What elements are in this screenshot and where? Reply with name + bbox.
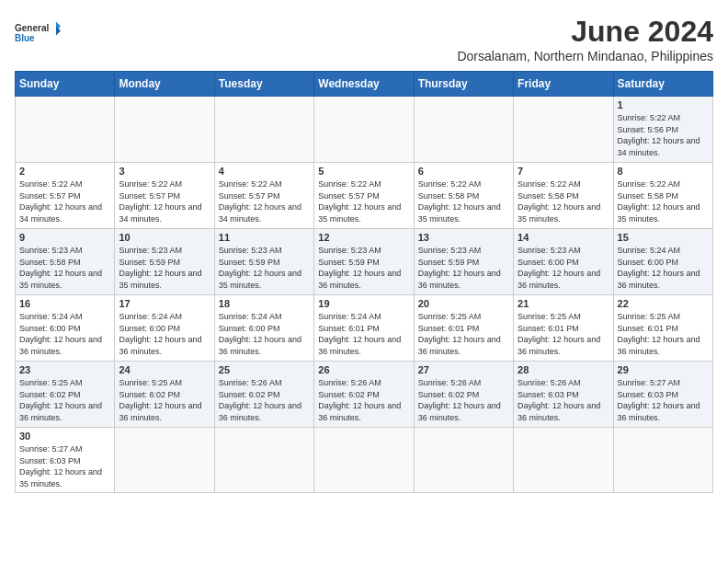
calendar-cell (214, 97, 313, 163)
day-info: Sunrise: 5:24 AM Sunset: 6:00 PM Dayligh… (219, 311, 310, 357)
calendar-cell: 27Sunrise: 5:26 AM Sunset: 6:02 PM Dayli… (414, 362, 513, 428)
day-info: Sunrise: 5:26 AM Sunset: 6:02 PM Dayligh… (318, 377, 409, 423)
header-saturday: Saturday (613, 72, 712, 97)
logo-svg: General Blue (15, 15, 61, 52)
day-number: 1 (618, 99, 709, 110)
calendar-cell (214, 428, 313, 493)
day-number: 23 (19, 364, 110, 375)
calendar-cell: 9Sunrise: 5:23 AM Sunset: 5:58 PM Daylig… (16, 229, 115, 295)
day-info: Sunrise: 5:24 AM Sunset: 6:00 PM Dayligh… (19, 311, 110, 357)
calendar-week-row: 30Sunrise: 5:27 AM Sunset: 6:03 PM Dayli… (16, 428, 713, 493)
day-info: Sunrise: 5:22 AM Sunset: 5:57 PM Dayligh… (219, 178, 310, 224)
header-tuesday: Tuesday (214, 72, 313, 97)
calendar-week-row: 16Sunrise: 5:24 AM Sunset: 6:00 PM Dayli… (16, 295, 713, 362)
day-number: 22 (618, 298, 709, 309)
day-number: 30 (19, 431, 110, 442)
svg-text:General: General (15, 23, 49, 33)
calendar-cell (115, 97, 214, 163)
calendar-cell: 28Sunrise: 5:26 AM Sunset: 6:03 PM Dayli… (514, 362, 613, 428)
day-info: Sunrise: 5:26 AM Sunset: 6:02 PM Dayligh… (219, 377, 310, 423)
day-info: Sunrise: 5:25 AM Sunset: 6:01 PM Dayligh… (418, 311, 509, 357)
day-number: 19 (318, 298, 409, 309)
day-info: Sunrise: 5:23 AM Sunset: 5:59 PM Dayligh… (219, 245, 310, 291)
svg-text:Blue: Blue (15, 33, 35, 43)
header-friday: Friday (514, 72, 613, 97)
day-number: 14 (518, 232, 609, 243)
day-info: Sunrise: 5:23 AM Sunset: 5:59 PM Dayligh… (318, 245, 409, 291)
day-number: 20 (418, 298, 509, 309)
day-number: 13 (418, 232, 509, 243)
day-info: Sunrise: 5:26 AM Sunset: 6:03 PM Dayligh… (518, 377, 609, 423)
day-number: 15 (618, 232, 709, 243)
logo: General Blue (15, 15, 61, 52)
day-number: 29 (618, 364, 709, 375)
day-info: Sunrise: 5:22 AM Sunset: 5:58 PM Dayligh… (618, 178, 709, 224)
day-info: Sunrise: 5:22 AM Sunset: 5:57 PM Dayligh… (119, 178, 210, 224)
day-info: Sunrise: 5:23 AM Sunset: 5:59 PM Dayligh… (418, 245, 509, 291)
calendar-cell: 2Sunrise: 5:22 AM Sunset: 5:57 PM Daylig… (16, 163, 115, 229)
day-number: 16 (19, 298, 110, 309)
day-number: 11 (219, 232, 310, 243)
day-number: 7 (518, 166, 609, 177)
calendar-cell: 26Sunrise: 5:26 AM Sunset: 6:02 PM Dayli… (314, 362, 414, 428)
calendar-table: SundayMondayTuesdayWednesdayThursdayFrid… (15, 71, 713, 493)
calendar-cell: 20Sunrise: 5:25 AM Sunset: 6:01 PM Dayli… (414, 295, 513, 362)
calendar-cell (115, 428, 214, 493)
day-info: Sunrise: 5:23 AM Sunset: 5:59 PM Dayligh… (119, 245, 210, 291)
day-number: 17 (119, 298, 210, 309)
calendar-cell: 10Sunrise: 5:23 AM Sunset: 5:59 PM Dayli… (115, 229, 214, 295)
header-monday: Monday (115, 72, 214, 97)
calendar-cell: 14Sunrise: 5:23 AM Sunset: 6:00 PM Dayli… (514, 229, 613, 295)
calendar-cell (514, 428, 613, 493)
calendar-cell: 24Sunrise: 5:25 AM Sunset: 6:02 PM Dayli… (115, 362, 214, 428)
day-info: Sunrise: 5:22 AM Sunset: 5:56 PM Dayligh… (618, 112, 709, 158)
day-info: Sunrise: 5:23 AM Sunset: 5:58 PM Dayligh… (19, 245, 110, 291)
calendar-cell: 23Sunrise: 5:25 AM Sunset: 6:02 PM Dayli… (16, 362, 115, 428)
calendar-cell: 5Sunrise: 5:22 AM Sunset: 5:57 PM Daylig… (314, 163, 414, 229)
day-number: 24 (119, 364, 210, 375)
header-sunday: Sunday (16, 72, 115, 97)
calendar-week-row: 9Sunrise: 5:23 AM Sunset: 5:58 PM Daylig… (16, 229, 713, 295)
calendar-cell: 19Sunrise: 5:24 AM Sunset: 6:01 PM Dayli… (314, 295, 414, 362)
calendar-cell: 21Sunrise: 5:25 AM Sunset: 6:01 PM Dayli… (514, 295, 613, 362)
day-info: Sunrise: 5:24 AM Sunset: 6:00 PM Dayligh… (618, 245, 709, 291)
day-info: Sunrise: 5:25 AM Sunset: 6:01 PM Dayligh… (618, 311, 709, 357)
calendar-week-row: 2Sunrise: 5:22 AM Sunset: 5:57 PM Daylig… (16, 163, 713, 229)
day-number: 5 (318, 166, 409, 177)
day-info: Sunrise: 5:23 AM Sunset: 6:00 PM Dayligh… (518, 245, 609, 291)
day-info: Sunrise: 5:22 AM Sunset: 5:58 PM Dayligh… (518, 178, 609, 224)
day-number: 12 (318, 232, 409, 243)
calendar-cell (314, 97, 414, 163)
day-number: 8 (618, 166, 709, 177)
calendar-cell (414, 97, 513, 163)
day-info: Sunrise: 5:24 AM Sunset: 6:00 PM Dayligh… (119, 311, 210, 357)
day-info: Sunrise: 5:22 AM Sunset: 5:58 PM Dayligh… (418, 178, 509, 224)
calendar-cell (16, 97, 115, 163)
page-header: General Blue June 2024 Dorsalanam, North… (15, 15, 713, 63)
day-info: Sunrise: 5:25 AM Sunset: 6:02 PM Dayligh… (119, 377, 210, 423)
day-number: 2 (19, 166, 110, 177)
day-number: 28 (518, 364, 609, 375)
calendar-week-row: 1Sunrise: 5:22 AM Sunset: 5:56 PM Daylig… (16, 97, 713, 163)
calendar-cell: 16Sunrise: 5:24 AM Sunset: 6:00 PM Dayli… (16, 295, 115, 362)
calendar-cell: 12Sunrise: 5:23 AM Sunset: 5:59 PM Dayli… (314, 229, 414, 295)
calendar-cell: 15Sunrise: 5:24 AM Sunset: 6:00 PM Dayli… (613, 229, 712, 295)
day-info: Sunrise: 5:22 AM Sunset: 5:57 PM Dayligh… (19, 178, 110, 224)
day-number: 25 (219, 364, 310, 375)
month-title: June 2024 (457, 15, 713, 49)
day-number: 4 (219, 166, 310, 177)
calendar-cell: 8Sunrise: 5:22 AM Sunset: 5:58 PM Daylig… (613, 163, 712, 229)
calendar-cell: 18Sunrise: 5:24 AM Sunset: 6:00 PM Dayli… (214, 295, 313, 362)
calendar-header-row: SundayMondayTuesdayWednesdayThursdayFrid… (16, 72, 713, 97)
calendar-cell: 7Sunrise: 5:22 AM Sunset: 5:58 PM Daylig… (514, 163, 613, 229)
day-number: 21 (518, 298, 609, 309)
calendar-cell: 4Sunrise: 5:22 AM Sunset: 5:57 PM Daylig… (214, 163, 313, 229)
day-number: 6 (418, 166, 509, 177)
day-number: 3 (119, 166, 210, 177)
calendar-cell: 17Sunrise: 5:24 AM Sunset: 6:00 PM Dayli… (115, 295, 214, 362)
day-number: 9 (19, 232, 110, 243)
location-subtitle: Dorsalanam, Northern Mindanao, Philippin… (457, 49, 713, 63)
day-info: Sunrise: 5:27 AM Sunset: 6:03 PM Dayligh… (19, 443, 110, 489)
day-number: 18 (219, 298, 310, 309)
header-thursday: Thursday (414, 72, 513, 97)
